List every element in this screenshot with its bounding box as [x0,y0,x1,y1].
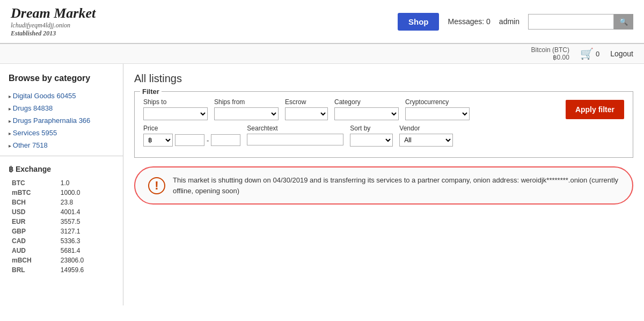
logout-link[interactable]: Logout [610,49,633,58]
price-min-input[interactable] [175,134,204,146]
logo-est: Established 2013 [11,30,96,38]
exchange-currency: USD [10,208,57,216]
apply-filter-button[interactable]: Apply filter [566,100,624,119]
exchange-row: AUD5681.4 [10,246,113,255]
cryptocurrency-select[interactable] [405,107,470,120]
filter-row-2: Price ฿ - Searchtext Sort by [143,125,624,147]
category-label: Category [334,98,399,106]
exchange-row: BRL14959.6 [10,266,113,274]
exchange-currency: EUR [10,217,57,226]
exchange-row: mBCH23806.0 [10,256,113,265]
btc-info: Bitcoin (BTC) ฿0.00 [531,46,569,61]
sidebar-item-drugs[interactable]: Drugs 84838 [0,102,123,114]
messages-link[interactable]: Messages: 0 [448,17,490,26]
logo-area: Dream Market lchudifyeqm4ldjj.onion Esta… [11,5,96,38]
exchange-rate: 3557.5 [58,217,113,226]
sort-by-select[interactable] [350,134,393,147]
logo-sub: lchudifyeqm4ldjj.onion [11,21,96,30]
exchange-rate: 1.0 [58,179,113,187]
sub-header: Bitcoin (BTC) ฿0.00 🛒 0 Logout [0,44,644,64]
logo-title: Dream Market [11,5,96,21]
sidebar-item-drugs-paraphernalia[interactable]: Drugs Paraphernalia 366 [0,114,123,127]
filter-legend: Filter [140,87,162,96]
escrow-group: Escrow [285,98,328,120]
exchange-currency: CAD [10,237,57,245]
searchtext-group: Searchtext [247,125,343,145]
search-bar: 🔍 [528,14,633,30]
exchange-currency: AUD [10,246,57,255]
exchange-table: BTC1.0mBTC1000.0BCH23.8USD4001.4EUR3557.… [0,178,123,275]
page-title: All listings [134,72,633,85]
ships-from-label: Ships from [214,98,279,106]
vendor-label: Vendor [399,125,453,132]
escrow-select[interactable] [285,107,328,120]
category-group: Category [334,98,399,120]
exchange-currency: BRL [10,266,57,274]
notice-box: ! This market is shutting down on 04/30/… [134,166,633,205]
search-button[interactable]: 🔍 [614,14,633,30]
exchange-rate: 14959.6 [58,266,113,274]
shop-button[interactable]: Shop [398,13,440,31]
exchange-row: BCH23.8 [10,198,113,207]
exchange-currency: BCH [10,198,57,207]
price-currency-select[interactable]: ฿ [143,134,173,147]
notice-text: This market is shutting down on 04/30/20… [173,175,619,196]
exchange-row: CAD5336.3 [10,237,113,245]
ships-to-label: Ships to [143,98,208,106]
vendor-group: Vendor All [399,125,453,147]
exchange-currency: mBTC [10,188,57,197]
sidebar-item-other[interactable]: Other 7518 [0,139,123,151]
price-group: Price ฿ - [143,125,240,147]
price-label: Price [143,125,240,132]
sidebar-title: Browse by category [0,69,123,90]
exchange-row: GBP3127.1 [10,227,113,236]
exchange-currency: mBCH [10,256,57,265]
searchtext-label: Searchtext [247,125,343,132]
category-select[interactable] [334,107,399,120]
exchange-rate: 5681.4 [58,246,113,255]
sidebar-item-digital-goods[interactable]: Digital Goods 60455 [0,90,123,102]
cryptocurrency-label: Cryptocurrency [405,98,470,106]
exchange-rate: 3127.1 [58,227,113,236]
btc-value: ฿0.00 [531,54,569,61]
search-input[interactable] [528,14,614,30]
exchange-rate: 23.8 [58,198,113,207]
content-area: All listings Filter Ships to Ships from … [123,64,644,305]
price-range: ฿ - [143,134,240,147]
exchange-title: ฿ Exchange [0,160,123,178]
exchange-rate: 5336.3 [58,237,113,245]
exchange-rate: 23806.0 [58,256,113,265]
admin-link[interactable]: admin [499,17,519,26]
exchange-row: mBTC1000.0 [10,188,113,197]
searchtext-input[interactable] [247,134,343,145]
exchange-row: BTC1.0 [10,179,113,187]
sort-by-label: Sort by [350,125,393,132]
ships-to-select[interactable] [143,107,208,120]
ships-from-select[interactable] [214,107,279,120]
sidebar: Browse by category Digital Goods 60455 D… [0,64,123,305]
ships-from-group: Ships from [214,98,279,120]
exchange-currency: GBP [10,227,57,236]
price-max-input[interactable] [211,134,240,146]
exchange-currency: BTC [10,179,57,187]
sidebar-item-services[interactable]: Services 5955 [0,127,123,139]
header-nav: Shop Messages: 0 admin 🔍 [398,13,633,31]
price-dash: - [207,136,209,144]
filter-box: Filter Ships to Ships from Escrow Catego… [134,91,633,158]
escrow-label: Escrow [285,98,328,106]
vendor-select[interactable]: All [399,134,453,147]
header: Dream Market lchudifyeqm4ldjj.onion Esta… [0,0,644,44]
notice-icon: ! [148,177,165,194]
cart-row[interactable]: 🛒 0 [580,47,599,60]
sidebar-divider [0,156,123,156]
cart-count: 0 [596,50,599,58]
main-layout: Browse by category Digital Goods 60455 D… [0,64,644,305]
filter-row-1: Ships to Ships from Escrow Category Cryp… [143,98,624,120]
cryptocurrency-group: Cryptocurrency [405,98,470,120]
exchange-rate: 1000.0 [58,188,113,197]
exchange-row: USD4001.4 [10,208,113,216]
exchange-rate: 4001.4 [58,208,113,216]
sort-by-group: Sort by [350,125,393,147]
exchange-row: EUR3557.5 [10,217,113,226]
cart-icon: 🛒 [580,47,594,60]
